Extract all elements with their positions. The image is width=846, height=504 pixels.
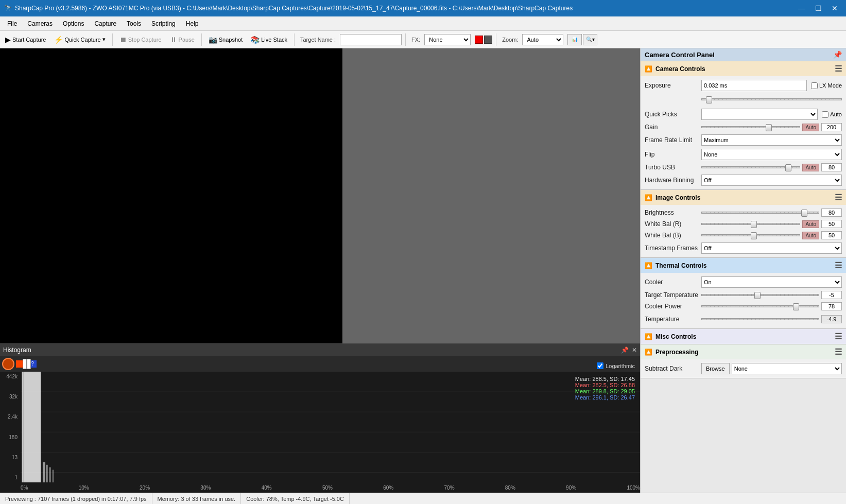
- white-bal-b-value[interactable]: [821, 231, 842, 239]
- hist-brain-icon[interactable]: [2, 358, 14, 370]
- cooler-power-slider-area[interactable]: [701, 302, 819, 310]
- quick-picks-select[interactable]: [701, 109, 818, 120]
- white-bal-b-slider-thumb[interactable]: [751, 232, 757, 239]
- fx-select[interactable]: None: [424, 34, 471, 45]
- white-bal-b-auto-button[interactable]: Auto: [802, 232, 819, 239]
- separator-5: [496, 33, 496, 46]
- white-bal-r-slider-thumb[interactable]: [751, 221, 757, 228]
- pause-icon: ⏸: [170, 36, 177, 44]
- target-temp-slider-track[interactable]: [701, 294, 819, 296]
- close-button[interactable]: ✕: [827, 3, 842, 14]
- lx-mode-checkbox[interactable]: [811, 82, 818, 89]
- gain-value[interactable]: [821, 123, 842, 131]
- menu-scripting[interactable]: Scripting: [146, 18, 181, 29]
- status-cooler: Cooler: 78%, Temp -4.9C, Target -5.0C: [241, 493, 350, 504]
- menu-help[interactable]: Help: [181, 18, 204, 29]
- histogram-close-icon[interactable]: ✕: [632, 346, 637, 354]
- zoom-select[interactable]: Auto: [522, 34, 563, 45]
- timestamp-frames-select[interactable]: Off: [701, 242, 842, 254]
- frame-rate-select[interactable]: Maximum: [701, 134, 842, 146]
- minimize-button[interactable]: —: [795, 3, 809, 14]
- turbo-usb-slider-thumb[interactable]: [785, 164, 791, 171]
- cooler-power-slider-thumb[interactable]: [793, 303, 799, 310]
- section-camera-header[interactable]: 🔼 Camera Controls ☰: [641, 61, 846, 76]
- menu-file[interactable]: File: [2, 18, 22, 29]
- white-bal-r-slider-area[interactable]: [701, 220, 800, 228]
- snapshot-button[interactable]: 📷 Snapshot: [205, 34, 246, 45]
- target-temp-slider-thumb[interactable]: [754, 292, 761, 299]
- section-preprocessing-header[interactable]: 🔼 Preprocessing ☰: [641, 344, 846, 359]
- histogram-btn[interactable]: 📊: [567, 34, 582, 45]
- section-misc-header[interactable]: 🔼 Misc Controls ☰: [641, 329, 846, 344]
- histogram-pin-icon[interactable]: 📌: [621, 346, 629, 354]
- white-bal-r-value[interactable]: [821, 220, 842, 228]
- quick-capture-button[interactable]: ⚡ Quick Capture ▾: [51, 34, 108, 45]
- live-stack-button[interactable]: 📚 Live Stack: [248, 34, 290, 45]
- turbo-usb-value[interactable]: [821, 163, 842, 171]
- section-camera-controls: 🔼 Camera Controls ☰ Exposure LX Mode: [641, 61, 846, 190]
- pause-button[interactable]: ⏸ Pause: [167, 34, 198, 45]
- flip-select[interactable]: None: [701, 149, 842, 160]
- gain-slider-track[interactable]: [701, 126, 800, 128]
- section-camera-menu-icon[interactable]: ☰: [835, 64, 842, 74]
- logarithmic-label: Logarithmic: [606, 363, 635, 369]
- white-bal-r-slider-track[interactable]: [701, 223, 800, 225]
- brightness-slider-thumb[interactable]: [801, 210, 807, 217]
- menu-tools[interactable]: Tools: [122, 18, 146, 29]
- frame-rate-row: Frame Rate Limit Maximum: [641, 133, 846, 147]
- turbo-usb-auto-button[interactable]: Auto: [802, 164, 819, 171]
- exposure-slider-area[interactable]: [701, 95, 842, 103]
- exposure-row: Exposure LX Mode: [641, 78, 846, 93]
- stat-red: Mean: 282.5, SD: 26.88: [575, 382, 635, 388]
- gradient-handle-right[interactable]: [23, 359, 27, 369]
- turbo-usb-slider-area[interactable]: [701, 163, 800, 171]
- brightness-slider-area[interactable]: [701, 208, 819, 217]
- section-image-header[interactable]: 🔼 Image Controls ☰: [641, 190, 846, 205]
- menu-capture[interactable]: Capture: [89, 18, 122, 29]
- timestamp-frames-label: Timestamp Frames: [645, 245, 701, 252]
- zoom-fit-btn[interactable]: 🔍▾: [583, 34, 597, 45]
- subtract-dark-browse-button[interactable]: Browse: [701, 363, 730, 374]
- status-bar: Previewing : 7107 frames (1 dropped) in …: [0, 493, 846, 504]
- quick-capture-dropdown-icon[interactable]: ▾: [102, 36, 106, 43]
- brightness-slider-track[interactable]: [701, 212, 819, 214]
- start-capture-button[interactable]: ▶ Start Capture: [2, 34, 49, 45]
- brightness-value[interactable]: [821, 208, 842, 217]
- turbo-usb-slider-track[interactable]: [701, 166, 800, 168]
- section-thermal-header[interactable]: 🔼 Thermal Controls ☰: [641, 258, 846, 273]
- logarithmic-checkbox[interactable]: [597, 362, 603, 369]
- exposure-input[interactable]: [701, 80, 807, 91]
- exposure-slider-row: [641, 93, 846, 107]
- menu-cameras[interactable]: Cameras: [22, 18, 58, 29]
- white-bal-r-auto-button[interactable]: Auto: [802, 220, 819, 228]
- white-bal-b-slider-track[interactable]: [701, 234, 800, 236]
- cooler-power-value[interactable]: [821, 302, 842, 310]
- gain-slider-thumb[interactable]: [766, 124, 772, 131]
- target-temp-value[interactable]: [821, 291, 842, 299]
- section-preprocessing-menu-icon[interactable]: ☰: [835, 347, 842, 357]
- hardware-binning-select[interactable]: Off: [701, 175, 842, 186]
- cooler-select[interactable]: On Off: [701, 276, 842, 288]
- stop-capture-button[interactable]: ⏹ Stop Capture: [116, 34, 165, 45]
- quick-picks-auto-checkbox[interactable]: [822, 111, 828, 118]
- x-label-10: 10%: [79, 485, 89, 491]
- target-temp-slider-area[interactable]: [701, 291, 819, 299]
- preview-canvas[interactable]: [0, 48, 640, 343]
- gradient-handle-left[interactable]: [27, 359, 31, 369]
- exposure-slider-track[interactable]: [701, 98, 842, 100]
- panel-pin-icon[interactable]: 📌: [833, 50, 842, 59]
- exposure-slider-thumb[interactable]: [706, 96, 712, 103]
- section-image-menu-icon[interactable]: ☰: [835, 193, 842, 202]
- menu-options[interactable]: Options: [58, 18, 89, 29]
- section-misc-menu-icon[interactable]: ☰: [835, 332, 842, 341]
- target-name-input[interactable]: [340, 34, 402, 45]
- gain-auto-button[interactable]: Auto: [802, 124, 819, 131]
- section-thermal-collapse-icon: 🔼: [645, 262, 652, 269]
- cooler-power-slider-track[interactable]: [701, 305, 819, 307]
- section-thermal-menu-icon[interactable]: ☰: [835, 260, 842, 270]
- gain-slider-area[interactable]: [701, 123, 800, 131]
- camera-panel-header: Camera Control Panel 📌: [641, 48, 846, 61]
- subtract-dark-select[interactable]: None: [732, 363, 842, 374]
- maximize-button[interactable]: ☐: [811, 3, 825, 14]
- white-bal-b-slider-area[interactable]: [701, 231, 800, 239]
